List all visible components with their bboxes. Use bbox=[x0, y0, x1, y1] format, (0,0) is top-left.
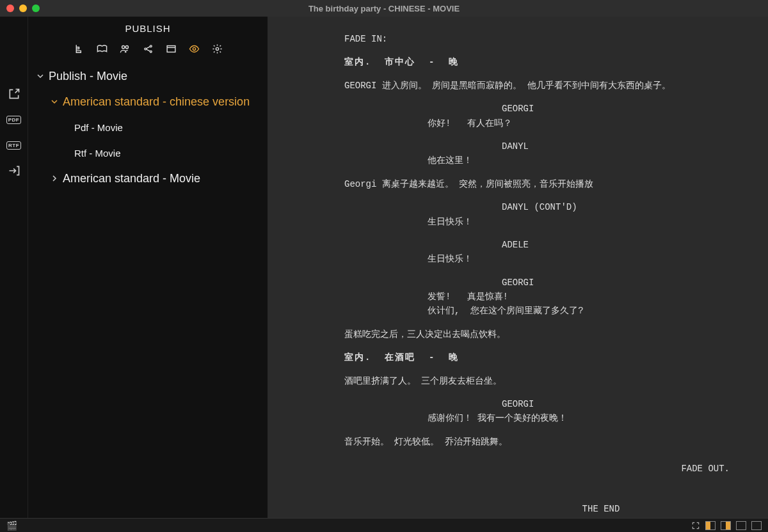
clapperboard-icon[interactable]: 🎬 bbox=[6, 520, 17, 531]
svg-point-3 bbox=[150, 45, 152, 47]
export-icon[interactable] bbox=[7, 87, 21, 101]
tree-item-pdf[interactable]: Pdf - Movie bbox=[28, 114, 268, 140]
panel-icon[interactable] bbox=[165, 43, 177, 54]
script-line: 蛋糕吃完之后，三人决定出去喝点饮料。 bbox=[344, 327, 730, 341]
script-line: GEORGI bbox=[502, 102, 730, 116]
tree-root-label: Publish - Movie bbox=[49, 70, 127, 83]
people-icon[interactable] bbox=[119, 43, 131, 54]
svg-point-1 bbox=[125, 45, 128, 48]
script-line: 发誓! 真是惊喜! 伙计们, 您在这个房间里藏了多久了? bbox=[428, 290, 671, 318]
tree-item-label: Pdf - Movie bbox=[74, 122, 123, 133]
sidebar-toolbar bbox=[28, 43, 268, 54]
tree-item-chinese-version[interactable]: American standard - chinese version bbox=[28, 89, 268, 114]
tree-item-label: American standard - Movie bbox=[63, 172, 200, 185]
script-line: FADE IN: bbox=[344, 32, 730, 46]
rtf-badge-icon[interactable]: RTF bbox=[7, 138, 21, 152]
script-line: 室内. 市中心 - 晚 bbox=[344, 55, 730, 69]
zoom-window-button[interactable] bbox=[32, 4, 40, 12]
svg-rect-5 bbox=[167, 45, 175, 52]
script-line: GEORGI 进入房间。 房间是黑暗而寂静的。 他几乎看不到中间有大东西的桌子。 bbox=[344, 79, 730, 93]
script-line: Georgi 离桌子越来越近。 突然，房间被照亮，音乐开始播放 bbox=[344, 177, 730, 191]
script-line: 生日快乐！ bbox=[428, 252, 671, 266]
title-bar: The birthday party - CHINESE - MOVIE bbox=[0, 0, 768, 17]
fullscreen-icon[interactable] bbox=[691, 521, 700, 530]
script-line: 感谢你们！ 我有一个美好的夜晚！ bbox=[428, 411, 671, 425]
publish-tree: Publish - Movie American standard - chin… bbox=[28, 63, 268, 191]
sidebar-title: PUBLISH bbox=[28, 23, 268, 34]
sidebar: PUBLISH Publish - Movie American standar… bbox=[28, 17, 268, 518]
script-line: GEORGI bbox=[502, 276, 730, 290]
minimize-window-button[interactable] bbox=[19, 4, 27, 12]
layout-right-button[interactable] bbox=[721, 521, 731, 530]
layout-split-button[interactable] bbox=[751, 521, 762, 530]
svg-point-4 bbox=[150, 51, 152, 52]
script-line: 音乐开始。 灯光较低。 乔治开始跳舞。 bbox=[344, 435, 730, 449]
tree-item-american-movie[interactable]: American standard - Movie bbox=[28, 166, 268, 191]
script-line: 他在这里！ bbox=[428, 153, 671, 168]
window-title: The birthday party - CHINESE - MOVIE bbox=[0, 4, 768, 13]
window-controls bbox=[6, 4, 40, 12]
svg-point-2 bbox=[144, 48, 146, 50]
tree-icon[interactable] bbox=[73, 43, 84, 54]
tree-item-label: American standard - chinese version bbox=[63, 95, 250, 109]
script-line: 生日快乐！ bbox=[428, 215, 671, 229]
script-line: DANYL bbox=[502, 139, 730, 153]
book-icon[interactable] bbox=[96, 43, 108, 54]
close-window-button[interactable] bbox=[6, 4, 14, 12]
svg-point-7 bbox=[216, 47, 218, 50]
script-line: ADELE bbox=[502, 238, 730, 252]
pdf-badge-icon[interactable]: PDF bbox=[7, 113, 21, 127]
script-preview[interactable]: FADE IN:室内. 市中心 - 晚GEORGI 进入房间。 房间是黑暗而寂静… bbox=[268, 17, 768, 518]
script-line: 酒吧里挤满了人。 三个朋友去柜台坐。 bbox=[344, 374, 730, 388]
layout-single-button[interactable] bbox=[736, 521, 746, 530]
layout-left-button[interactable] bbox=[705, 521, 716, 530]
script-line: DANYL (CONT'D) bbox=[502, 200, 730, 214]
eye-icon[interactable] bbox=[188, 43, 200, 54]
script-line: THE END bbox=[472, 502, 730, 516]
script-line: 室内. 在酒吧 - 晚 bbox=[344, 350, 730, 364]
script-line: 你好! 有人在吗？ bbox=[428, 116, 671, 130]
gear-icon[interactable] bbox=[211, 43, 223, 54]
script-line: FADE OUT. bbox=[344, 462, 730, 476]
share-icon[interactable] bbox=[142, 43, 154, 54]
tree-item-label: Rtf - Movie bbox=[74, 148, 121, 159]
script-line: GEORGI bbox=[502, 397, 730, 411]
left-rail: PDF RTF bbox=[0, 17, 28, 518]
tree-root[interactable]: Publish - Movie bbox=[28, 63, 268, 89]
svg-point-0 bbox=[122, 45, 124, 48]
tree-item-rtf[interactable]: Rtf - Movie bbox=[28, 140, 268, 166]
import-icon[interactable] bbox=[7, 164, 21, 178]
status-bar: 🎬 bbox=[0, 518, 768, 532]
svg-point-6 bbox=[193, 47, 195, 50]
